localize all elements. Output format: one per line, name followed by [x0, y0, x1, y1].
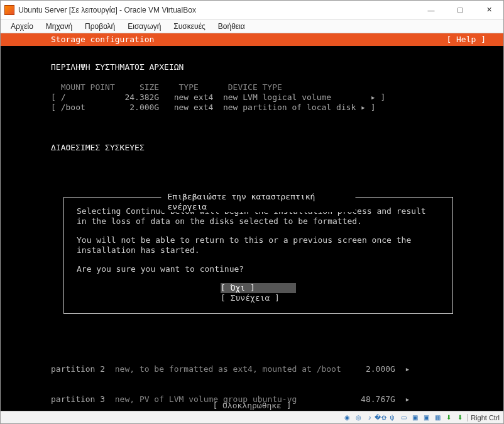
display-icon[interactable]: ▣ — [410, 413, 420, 422]
dialog-title: Επιβεβαιώστε την καταστρεπτική ενέργεια — [162, 192, 356, 212]
installer-header: Storage configuration [ Help ] — [1, 33, 503, 46]
confirm-dialog: Επιβεβαιώστε την καταστρεπτική ενέργεια … — [63, 197, 453, 314]
continue-button[interactable]: [ Συνέχεια ] — [221, 293, 296, 303]
summary-columns: MOUNT POINT SIZE TYPE DEVICE TYPE — [51, 82, 282, 92]
audio-icon[interactable]: ♪ — [364, 413, 375, 422]
menu-file[interactable]: Αρχείο — [4, 21, 40, 32]
minimize-button[interactable]: — — [417, 1, 446, 20]
network-icon[interactable]: �⯐ — [376, 413, 386, 422]
wizard-actions: [ Ολοκληρώθηκε ] [ Επαναφορά ρυθμίσεων ]… — [1, 401, 503, 411]
recording-icon[interactable]: ▣ — [421, 413, 431, 422]
virtualbox-icon — [4, 5, 14, 15]
menu-input[interactable]: Εισαγωγή — [121, 21, 167, 32]
dialog-body: Selecting Continue below will begin the … — [77, 206, 440, 303]
host-key-indicator[interactable]: Right Ctrl — [468, 414, 500, 421]
titlebar[interactable]: Ubuntu Server [Σε λειτουργία] - Oracle V… — [1, 1, 503, 20]
filesystem-summary: ΠΕΡΙΛΗΨΗ ΣΥΣΤΗΜΑΤΟΣ ΑΡΧΕΙΩΝ MOUNT POINT … — [1, 46, 503, 163]
menu-help[interactable]: Βοήθεια — [212, 21, 251, 32]
hdd-icon[interactable]: ◉ — [342, 413, 352, 422]
maximize-button[interactable]: ▢ — [446, 1, 474, 20]
optical-icon[interactable]: ◎ — [353, 413, 363, 422]
available-heading: ΔΙΑΘΕΣΙΜΕΣ ΣΥΣΚΕΥΕΣ — [51, 143, 145, 152]
dialog-text-3: Are you sure you want to continue? — [77, 264, 440, 274]
shared-folder-icon[interactable]: ▭ — [398, 413, 408, 422]
partition-row-2[interactable]: partition 2 new, to be formatted as ext4… — [51, 364, 478, 374]
menubar: Αρχείο Μηχανή Προβολή Εισαγωγή Συσκευές … — [1, 20, 503, 33]
menu-devices[interactable]: Συσκευές — [167, 21, 211, 32]
menu-machine[interactable]: Μηχανή — [40, 21, 79, 32]
virtualbox-window: Ubuntu Server [Σε λειτουργία] - Oracle V… — [0, 0, 504, 424]
keyboard-icon[interactable]: ⬇ — [455, 413, 465, 422]
window-title: Ubuntu Server [Σε λειτουργία] - Oracle V… — [18, 6, 417, 14]
summary-row-boot[interactable]: [ /boot 2.000G new ext4 new partition of… — [51, 103, 466, 113]
close-button[interactable]: ✕ — [474, 1, 503, 20]
help-button[interactable]: [ Help ] — [446, 35, 486, 45]
summary-row-root[interactable]: [ / 24.382G new ext4 new LVM logical vol… — [51, 92, 466, 103]
installer-title: Storage configuration — [51, 35, 154, 45]
vm-screen[interactable]: Storage configuration [ Help ] ΠΕΡΙΛΗΨΗ … — [1, 33, 503, 411]
usb-icon[interactable]: ψ — [387, 413, 397, 422]
cpu-icon[interactable]: ▦ — [432, 413, 442, 422]
dialog-text-2: You will not be able to return to this o… — [77, 235, 440, 255]
summary-heading: ΠΕΡΙΛΗΨΗ ΣΥΣΤΗΜΑΤΟΣ ΑΡΧΕΙΩΝ — [51, 62, 184, 72]
menu-view[interactable]: Προβολή — [79, 21, 121, 32]
no-button[interactable]: [ Όχι ] — [221, 283, 296, 293]
mouse-icon[interactable]: ⬇ — [444, 413, 454, 422]
vbox-statusbar: ◉ ◎ ♪ �⯐ ψ ▭ ▣ ▣ ▦ ⬇ ⬇ Right Ctrl — [1, 411, 503, 423]
done-button[interactable]: [ Ολοκληρώθηκε ] — [1, 401, 503, 411]
dialog-buttons: [ Όχι ] [ Συνέχεια ] — [77, 283, 440, 303]
